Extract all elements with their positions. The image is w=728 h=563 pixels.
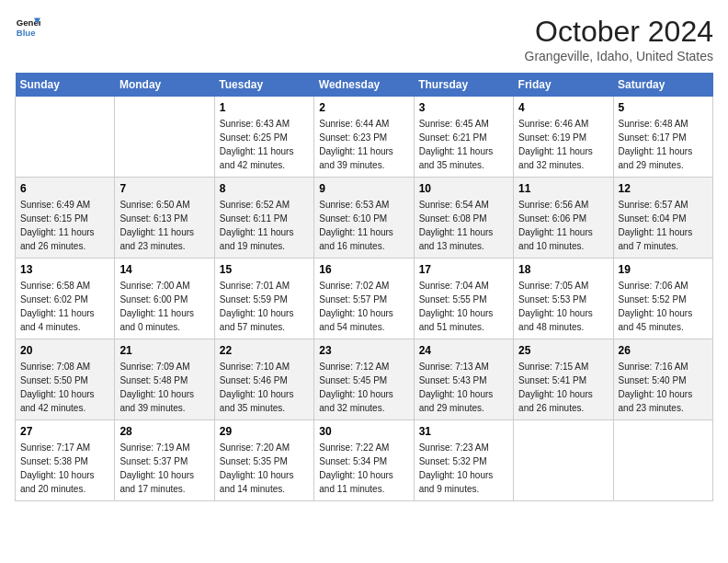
day-number: 4 xyxy=(518,101,608,114)
day-number: 18 xyxy=(518,263,608,276)
logo: General Blue xyxy=(15,15,40,40)
day-info: Sunrise: 7:10 AM Sunset: 5:46 PM Dayligh… xyxy=(220,360,309,415)
calendar-cell: 10Sunrise: 6:54 AM Sunset: 6:08 PM Dayli… xyxy=(414,178,513,259)
svg-text:Blue: Blue xyxy=(17,28,36,38)
calendar-cell: 4Sunrise: 6:46 AM Sunset: 6:19 PM Daylig… xyxy=(514,97,613,178)
day-number: 20 xyxy=(20,344,109,357)
calendar-week-row: 6Sunrise: 6:49 AM Sunset: 6:15 PM Daylig… xyxy=(16,178,713,259)
day-info: Sunrise: 7:09 AM Sunset: 5:48 PM Dayligh… xyxy=(119,360,209,415)
day-info: Sunrise: 7:12 AM Sunset: 5:45 PM Dayligh… xyxy=(319,360,408,415)
calendar-cell: 23Sunrise: 7:12 AM Sunset: 5:45 PM Dayli… xyxy=(314,339,414,420)
day-info: Sunrise: 7:00 AM Sunset: 6:00 PM Dayligh… xyxy=(119,279,209,334)
day-number: 8 xyxy=(220,182,309,195)
calendar-cell: 30Sunrise: 7:22 AM Sunset: 5:34 PM Dayli… xyxy=(314,420,414,501)
day-number: 23 xyxy=(319,344,408,357)
title-section: October 2024 Grangeville, Idaho, United … xyxy=(525,15,713,63)
weekday-header-thursday: Thursday xyxy=(414,73,513,97)
weekday-header-wednesday: Wednesday xyxy=(314,73,414,97)
calendar-week-row: 27Sunrise: 7:17 AM Sunset: 5:38 PM Dayli… xyxy=(16,420,713,501)
day-info: Sunrise: 6:58 AM Sunset: 6:02 PM Dayligh… xyxy=(20,279,109,334)
day-info: Sunrise: 6:50 AM Sunset: 6:13 PM Dayligh… xyxy=(119,198,209,253)
day-info: Sunrise: 7:13 AM Sunset: 5:43 PM Dayligh… xyxy=(419,360,508,415)
calendar-cell: 15Sunrise: 7:01 AM Sunset: 5:59 PM Dayli… xyxy=(214,259,313,339)
page-header: General Blue October 2024 Grangeville, I… xyxy=(15,15,713,63)
calendar-cell: 28Sunrise: 7:19 AM Sunset: 5:37 PM Dayli… xyxy=(115,420,214,501)
day-info: Sunrise: 6:52 AM Sunset: 6:11 PM Dayligh… xyxy=(220,198,309,253)
day-info: Sunrise: 7:02 AM Sunset: 5:57 PM Dayligh… xyxy=(319,279,408,334)
calendar-cell: 12Sunrise: 6:57 AM Sunset: 6:04 PM Dayli… xyxy=(613,178,712,259)
calendar-cell: 27Sunrise: 7:17 AM Sunset: 5:38 PM Dayli… xyxy=(16,420,115,501)
day-info: Sunrise: 7:04 AM Sunset: 5:55 PM Dayligh… xyxy=(419,279,508,334)
day-number: 15 xyxy=(220,263,309,276)
day-number: 29 xyxy=(220,425,309,438)
day-number: 25 xyxy=(518,344,608,357)
calendar-cell: 17Sunrise: 7:04 AM Sunset: 5:55 PM Dayli… xyxy=(414,259,513,339)
day-number: 5 xyxy=(619,101,708,114)
day-number: 31 xyxy=(419,425,508,438)
weekday-header-sunday: Sunday xyxy=(16,73,115,97)
weekday-header-saturday: Saturday xyxy=(613,73,712,97)
calendar-cell: 18Sunrise: 7:05 AM Sunset: 5:53 PM Dayli… xyxy=(514,259,613,339)
day-info: Sunrise: 6:44 AM Sunset: 6:23 PM Dayligh… xyxy=(319,117,408,172)
calendar-cell: 25Sunrise: 7:15 AM Sunset: 5:41 PM Dayli… xyxy=(514,339,613,420)
calendar-cell xyxy=(16,97,115,178)
day-number: 3 xyxy=(419,101,508,114)
day-info: Sunrise: 6:54 AM Sunset: 6:08 PM Dayligh… xyxy=(419,198,508,253)
calendar-cell: 31Sunrise: 7:23 AM Sunset: 5:32 PM Dayli… xyxy=(414,420,513,501)
day-info: Sunrise: 7:22 AM Sunset: 5:34 PM Dayligh… xyxy=(319,441,408,496)
day-number: 24 xyxy=(419,344,508,357)
day-info: Sunrise: 6:53 AM Sunset: 6:10 PM Dayligh… xyxy=(319,198,408,253)
day-number: 27 xyxy=(20,425,109,438)
day-number: 9 xyxy=(319,182,408,195)
day-info: Sunrise: 7:23 AM Sunset: 5:32 PM Dayligh… xyxy=(419,441,508,496)
day-number: 2 xyxy=(319,101,408,114)
day-number: 22 xyxy=(220,344,309,357)
calendar-cell: 7Sunrise: 6:50 AM Sunset: 6:13 PM Daylig… xyxy=(115,178,214,259)
weekday-header-monday: Monday xyxy=(115,73,214,97)
day-info: Sunrise: 7:20 AM Sunset: 5:35 PM Dayligh… xyxy=(220,441,309,496)
month-title: October 2024 xyxy=(525,15,713,49)
calendar-cell: 29Sunrise: 7:20 AM Sunset: 5:35 PM Dayli… xyxy=(214,420,313,501)
calendar-cell: 22Sunrise: 7:10 AM Sunset: 5:46 PM Dayli… xyxy=(214,339,313,420)
day-info: Sunrise: 6:46 AM Sunset: 6:19 PM Dayligh… xyxy=(518,117,608,172)
day-info: Sunrise: 7:01 AM Sunset: 5:59 PM Dayligh… xyxy=(220,279,309,334)
day-info: Sunrise: 6:56 AM Sunset: 6:06 PM Dayligh… xyxy=(518,198,608,253)
weekday-header-tuesday: Tuesday xyxy=(214,73,313,97)
day-number: 16 xyxy=(319,263,408,276)
day-info: Sunrise: 7:19 AM Sunset: 5:37 PM Dayligh… xyxy=(119,441,209,496)
calendar-week-row: 1Sunrise: 6:43 AM Sunset: 6:25 PM Daylig… xyxy=(16,97,713,178)
calendar-cell: 19Sunrise: 7:06 AM Sunset: 5:52 PM Dayli… xyxy=(613,259,712,339)
logo-icon: General Blue xyxy=(15,15,40,40)
day-info: Sunrise: 6:57 AM Sunset: 6:04 PM Dayligh… xyxy=(619,198,708,253)
day-number: 6 xyxy=(20,182,109,195)
day-info: Sunrise: 7:16 AM Sunset: 5:40 PM Dayligh… xyxy=(619,360,708,415)
calendar-cell: 26Sunrise: 7:16 AM Sunset: 5:40 PM Dayli… xyxy=(613,339,712,420)
day-info: Sunrise: 7:08 AM Sunset: 5:50 PM Dayligh… xyxy=(20,360,109,415)
calendar-week-row: 13Sunrise: 6:58 AM Sunset: 6:02 PM Dayli… xyxy=(16,259,713,339)
day-info: Sunrise: 6:49 AM Sunset: 6:15 PM Dayligh… xyxy=(20,198,109,253)
calendar-cell: 24Sunrise: 7:13 AM Sunset: 5:43 PM Dayli… xyxy=(414,339,513,420)
day-info: Sunrise: 7:06 AM Sunset: 5:52 PM Dayligh… xyxy=(619,279,708,334)
day-number: 30 xyxy=(319,425,408,438)
weekday-header-friday: Friday xyxy=(514,73,613,97)
day-number: 13 xyxy=(20,263,109,276)
day-number: 14 xyxy=(119,263,209,276)
day-number: 28 xyxy=(119,425,209,438)
day-number: 7 xyxy=(119,182,209,195)
day-number: 10 xyxy=(419,182,508,195)
day-info: Sunrise: 6:43 AM Sunset: 6:25 PM Dayligh… xyxy=(220,117,309,172)
calendar-cell: 8Sunrise: 6:52 AM Sunset: 6:11 PM Daylig… xyxy=(214,178,313,259)
weekday-header-row: SundayMondayTuesdayWednesdayThursdayFrid… xyxy=(16,73,713,97)
calendar-cell: 3Sunrise: 6:45 AM Sunset: 6:21 PM Daylig… xyxy=(414,97,513,178)
calendar-cell xyxy=(613,420,712,501)
day-number: 26 xyxy=(619,344,708,357)
day-info: Sunrise: 7:05 AM Sunset: 5:53 PM Dayligh… xyxy=(518,279,608,334)
calendar-cell xyxy=(514,420,613,501)
calendar-cell: 5Sunrise: 6:48 AM Sunset: 6:17 PM Daylig… xyxy=(613,97,712,178)
calendar-cell: 11Sunrise: 6:56 AM Sunset: 6:06 PM Dayli… xyxy=(514,178,613,259)
calendar-week-row: 20Sunrise: 7:08 AM Sunset: 5:50 PM Dayli… xyxy=(16,339,713,420)
day-number: 21 xyxy=(119,344,209,357)
calendar-cell: 6Sunrise: 6:49 AM Sunset: 6:15 PM Daylig… xyxy=(16,178,115,259)
calendar-table: SundayMondayTuesdayWednesdayThursdayFrid… xyxy=(15,73,713,501)
calendar-cell: 20Sunrise: 7:08 AM Sunset: 5:50 PM Dayli… xyxy=(16,339,115,420)
